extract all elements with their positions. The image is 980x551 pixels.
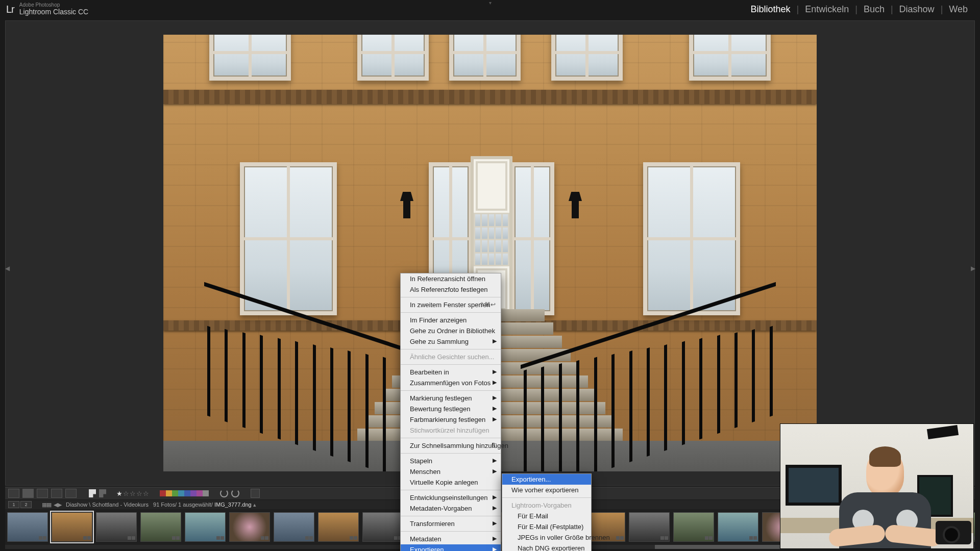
filmstrip-thumb[interactable] (274, 512, 314, 542)
filmstrip-thumb[interactable] (629, 512, 670, 542)
secondary-display-1-button[interactable]: 1 (8, 501, 19, 508)
filmstrip-thumb[interactable] (7, 512, 48, 542)
breadcrumb-filename: IMG_3777.dng (214, 502, 252, 508)
secondary-display-2-button[interactable]: 2 (20, 501, 32, 508)
right-panel-expand-icon[interactable]: ▶ (970, 253, 975, 284)
color-label-swatches[interactable] (160, 490, 209, 496)
filmstrip-thumb[interactable] (140, 512, 181, 542)
color-swatch[interactable] (184, 490, 190, 496)
menu-item[interactable]: Als Referenzfoto festlegen (401, 284, 501, 295)
left-panel-expand-icon[interactable]: ◀ (5, 253, 10, 284)
menu-item[interactable]: Bearbeiten in▶ (401, 367, 501, 378)
breadcrumb-dirty-marker: ▴ (253, 502, 256, 508)
menu-item: Ähnliche Gesichter suchen... (401, 352, 501, 362)
menu-item[interactable]: Farbmarkierung festlegen▶ (401, 414, 501, 425)
menu-item[interactable]: Transformieren▶ (401, 518, 501, 529)
filmstrip-thumb[interactable] (718, 512, 758, 542)
filmstrip-thumb[interactable] (185, 512, 226, 542)
app-logo: Lr (6, 4, 14, 15)
back-arrow-icon[interactable]: ◀ (54, 502, 58, 508)
filmstrip-thumb[interactable] (96, 512, 137, 542)
filmstrip-thumb[interactable] (673, 512, 714, 542)
module-tab-diashow[interactable]: Diashow (893, 4, 941, 15)
people-view-button[interactable] (65, 489, 77, 498)
menu-item[interactable]: Menschen▶ (401, 466, 501, 477)
grid-overlay-button[interactable] (251, 489, 260, 498)
menu-item[interactable]: Für E-Mail (502, 511, 591, 521)
filmstrip-thumb[interactable] (362, 512, 403, 542)
menu-item[interactable]: Für E-Mail (Festplatte) (502, 521, 591, 532)
header-left: Lr Adobe Photoshop Lightroom Classic CC (6, 3, 88, 16)
grid-view-button[interactable] (8, 489, 19, 498)
color-swatch[interactable] (166, 490, 172, 496)
forward-arrow-icon[interactable]: ▶ (58, 502, 62, 508)
menu-item[interactable]: Metadaten▶ (401, 534, 501, 544)
grid-icon[interactable]: ▦ ▦ (42, 502, 51, 508)
webcam-overlay (780, 423, 974, 549)
flag-reject-icon[interactable] (99, 489, 106, 497)
menu-item[interactable]: In Referenzansicht öffnen (401, 273, 501, 284)
rotate-cw-icon[interactable] (231, 489, 239, 497)
menu-item[interactable]: Stapeln▶ (401, 456, 501, 466)
color-swatch[interactable] (190, 490, 197, 496)
module-tab-web[interactable]: Web (943, 4, 974, 15)
menu-item[interactable]: Im Finder anzeigen (401, 315, 501, 325)
menu-item[interactable]: Entwicklungseinstellungen▶ (401, 492, 501, 503)
compare-view-button[interactable] (37, 489, 48, 498)
menu-item[interactable]: Zur Schnellsammlung hinzufügenB (401, 440, 501, 451)
context-menu[interactable]: In Referenzansicht öffnenAls Referenzfot… (400, 273, 501, 551)
menu-item[interactable]: Markierung festlegen▶ (401, 393, 501, 404)
color-swatch[interactable] (197, 490, 203, 496)
module-tab-bibliothek[interactable]: Bibliothek (744, 4, 796, 15)
menu-item[interactable]: Gehe zu Sammlung▶ (401, 336, 501, 347)
color-swatch[interactable] (172, 490, 178, 496)
menu-item[interactable]: Zusammenfügen von Fotos▶ (401, 378, 501, 388)
menu-item[interactable]: Metadaten-Vorgaben▶ (401, 503, 501, 514)
module-picker: Bibliothek | Entwickeln | Buch | Diashow… (744, 4, 974, 15)
module-tab-buch[interactable]: Buch (857, 4, 891, 15)
filmstrip-thumb[interactable] (229, 512, 270, 542)
filmstrip-thumb[interactable] (52, 512, 92, 542)
export-submenu[interactable]: Exportieren...Wie vorher exportierenLigh… (502, 473, 592, 551)
breadcrumb-folder[interactable]: Diashow (66, 502, 87, 508)
filmstrip-thumb[interactable] (318, 512, 359, 542)
loupe-view-button[interactable] (22, 489, 34, 498)
menu-item: Lightroom-Vorgaben (502, 500, 591, 511)
menu-item[interactable]: Exportieren▶ (401, 544, 501, 551)
color-swatch[interactable] (178, 490, 184, 496)
rotate-ccw-icon[interactable] (220, 489, 228, 497)
breadcrumb-library[interactable]: Schottland - Videokurs (92, 502, 148, 508)
menu-item[interactable]: In zweitem Fenster sperren⇧⌘↩ (401, 299, 501, 310)
star-rating[interactable]: ★☆☆☆☆ (116, 490, 150, 497)
module-tab-entwickeln[interactable]: Entwickeln (799, 4, 855, 15)
breadcrumb-count: 91 Fotos/ 1 ausgewählt/ (153, 502, 213, 508)
app-suite-label: Adobe Photoshop (19, 3, 88, 8)
app-name-label: Lightroom Classic CC (19, 8, 88, 16)
flag-pick-icon[interactable] (89, 489, 96, 497)
menu-item: Stichwortkürzel hinzufügen (401, 425, 501, 436)
menu-item[interactable]: Exportieren... (502, 474, 591, 485)
color-swatch[interactable] (160, 490, 166, 496)
menu-item[interactable]: Virtuelle Kopie anlegen (401, 477, 501, 488)
menu-item[interactable]: Bewertung festlegen▶ (401, 404, 501, 414)
menu-item[interactable]: Gehe zu Ordner in Bibliothek (401, 325, 501, 336)
panel-notch-top-icon[interactable]: ▾ (489, 0, 492, 6)
survey-view-button[interactable] (51, 489, 62, 498)
color-swatch[interactable] (203, 490, 209, 496)
menu-item[interactable]: Nach DNG exportieren (502, 543, 591, 551)
menu-item[interactable]: JPEGs in voller Größe brennen (502, 532, 591, 543)
menu-item[interactable]: Wie vorher exportieren (502, 485, 591, 495)
